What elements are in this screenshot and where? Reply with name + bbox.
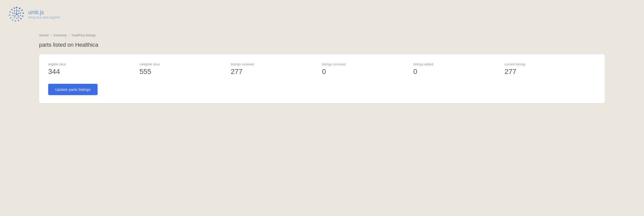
svg-point-6 [18,20,19,21]
update-parts-listings-button[interactable]: Update parts listings [48,84,98,95]
logo-icon [8,5,26,23]
svg-point-12 [11,9,13,10]
stat-value-1: 555 [139,68,231,76]
logo-tagline: bring your data together [28,16,60,19]
svg-point-1 [19,8,20,9]
stat-label-4: listings added [413,62,505,66]
svg-point-24 [16,13,18,15]
stat-item-listings-removed: listings removed0 [322,62,413,76]
main-content: stockd / inventory / healthica listings … [0,28,644,108]
stats-card: eligible skus344ineligible skus555listin… [39,54,605,103]
svg-point-2 [21,10,23,11]
svg-point-16 [20,12,21,14]
svg-point-13 [14,7,15,9]
svg-point-27 [18,15,19,17]
logo-name: uniti.js [28,9,60,16]
stat-value-5: 277 [505,68,596,76]
svg-point-14 [16,10,17,11]
svg-point-7 [15,20,16,22]
svg-point-3 [22,12,24,14]
stat-value-2: 277 [231,68,322,76]
breadcrumb-inventory[interactable]: inventory [53,33,67,37]
breadcrumb-sep-2: / [69,33,70,37]
svg-point-17 [20,15,21,16]
svg-point-26 [18,13,19,14]
svg-point-28 [15,15,16,17]
svg-point-8 [12,19,13,21]
stat-label-2: listings renewed [231,62,322,66]
page-title: parts listed on Healthica [39,42,605,48]
svg-point-9 [10,17,11,19]
logo-text: uniti.js bring your data together [28,9,60,19]
svg-point-20 [14,17,15,18]
stat-item-listings-added: listings added0 [413,62,505,76]
stat-value-4: 0 [413,68,505,76]
svg-point-5 [20,18,22,19]
breadcrumb-sep-1: / [51,33,52,37]
svg-point-29 [14,13,15,14]
svg-point-18 [18,17,20,18]
svg-point-15 [18,10,20,12]
svg-point-23 [14,10,15,12]
stat-value-0: 344 [48,68,139,76]
stat-item-listings-renewed: listings renewed277 [231,62,322,76]
logo: uniti.js bring your data together [8,5,60,23]
stats-row: eligible skus344ineligible skus555listin… [48,62,596,76]
breadcrumb-stockd[interactable]: stockd [39,33,49,37]
svg-point-10 [9,14,10,16]
stat-item-eligible-skus: eligible skus344 [48,62,139,76]
stat-label-3: listings removed [322,62,413,66]
stat-label-0: eligible skus [48,62,139,66]
stat-item-current-listings: current listings277 [505,62,596,76]
svg-point-0 [16,7,17,8]
stat-label-1: ineligible skus [139,62,231,66]
breadcrumb: stockd / inventory / healthica listings [39,33,605,37]
svg-point-11 [9,11,11,13]
svg-point-25 [16,11,17,13]
svg-point-4 [22,15,23,17]
svg-point-22 [12,12,14,14]
svg-point-19 [16,18,17,19]
svg-point-21 [12,15,14,16]
breadcrumb-healthica-listings[interactable]: healthica listings [72,33,96,37]
header: uniti.js bring your data together [0,0,644,28]
stat-item-ineligible-skus: ineligible skus555 [139,62,231,76]
stat-label-5: current listings [505,62,596,66]
stat-value-3: 0 [322,68,413,76]
